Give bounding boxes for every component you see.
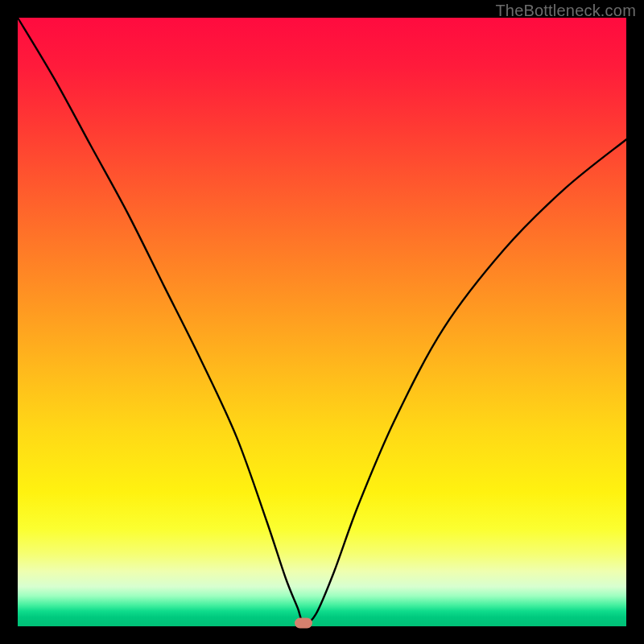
plot-area — [18, 18, 626, 626]
bottleneck-curve — [18, 18, 626, 626]
chart-frame: TheBottleneck.com — [0, 0, 644, 644]
optimal-marker — [295, 618, 312, 629]
curve-path — [18, 18, 626, 624]
